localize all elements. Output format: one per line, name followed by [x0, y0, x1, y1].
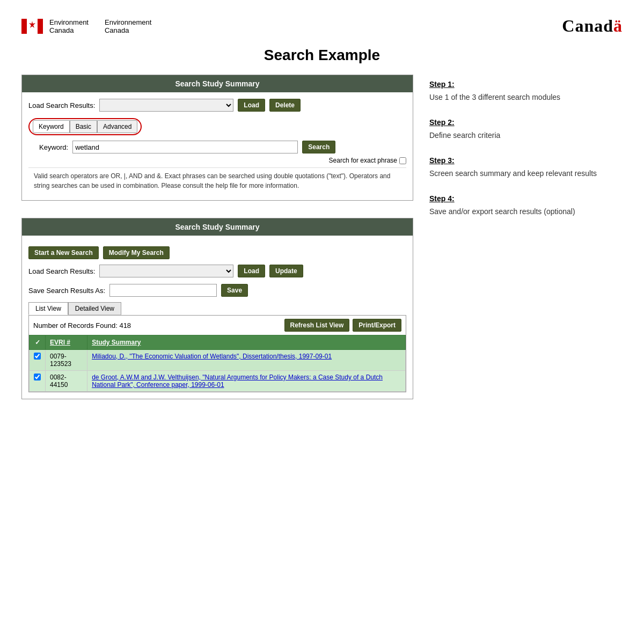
load-select-2[interactable]	[99, 265, 233, 277]
table-area: Number of Records Found: 418 Refresh Lis…	[28, 315, 406, 392]
load-label-1: Load Search Results:	[28, 101, 95, 109]
table-actions: Refresh List View Print/Export	[284, 319, 402, 332]
search-button[interactable]: Search	[302, 141, 335, 153]
search-panel-1: Search Study Summary Load Search Results…	[21, 75, 413, 201]
col-evri: EVRI #	[46, 335, 87, 350]
col-checkbox: ✓	[30, 335, 46, 350]
tab-oval-border: Keyword Basic Advanced	[28, 118, 142, 135]
canada-flag-icon	[21, 19, 43, 34]
keyword-label: Keyword:	[39, 143, 68, 151]
col-summary: Study Summary	[87, 335, 406, 350]
step-3: Step 3: Screen search summary and keep r…	[429, 156, 623, 179]
keyword-input[interactable]	[72, 141, 298, 153]
results-table: ✓ EVRI # Study Summary 0079-123523 Milia…	[29, 335, 406, 392]
results-actions: Start a New Search Modify My Search	[28, 242, 406, 259]
tabs-row: Keyword Basic Advanced	[28, 118, 406, 135]
right-panel: Step 1: Use 1 of the 3 different search …	[429, 75, 623, 410]
print-export-button[interactable]: Print/Export	[353, 319, 401, 332]
load-row-2: Load Search Results: Load Update	[28, 265, 406, 277]
load-button-2[interactable]: Load	[238, 265, 265, 277]
row-2-summary: de Groot, A.W.M and J.W. Velthuijsen, "N…	[87, 371, 406, 392]
row-1-checkbox-cell	[30, 350, 46, 371]
org-en-line2: Canada	[49, 26, 89, 34]
load-label-2: Load Search Results:	[28, 267, 95, 275]
svg-rect-2	[38, 19, 43, 34]
main-layout: Search Study Summary Load Search Results…	[21, 75, 623, 410]
org-french: Environnement Canada	[105, 18, 151, 34]
step-4: Step 4: Save and/or export search result…	[429, 194, 623, 217]
row-1-summary-link[interactable]: Miliadou, D., "The Economic Valuation of…	[92, 353, 332, 360]
delete-button-1[interactable]: Delete	[269, 99, 301, 112]
canada-wordmark: Canadä	[562, 16, 623, 36]
step-1-title: Step 1:	[429, 80, 623, 89]
panel-divider	[21, 211, 413, 218]
tab-advanced[interactable]: Advanced	[97, 120, 137, 133]
row-1-summary: Miliadou, D., "The Economic Valuation of…	[87, 350, 406, 371]
exact-phrase-checkbox[interactable]	[399, 157, 406, 164]
help-text: Valid search operators are OR, |, AND an…	[28, 167, 406, 194]
table-header-row-cols: ✓ EVRI # Study Summary	[30, 335, 406, 350]
row-1-checkbox[interactable]	[34, 353, 41, 360]
org-fr-line2: Canada	[105, 26, 151, 34]
panel-2-header: Search Study Summary	[22, 218, 413, 236]
step-1-text: Use 1 of the 3 different search modules	[429, 92, 623, 103]
view-tabs: List View Detailed View	[28, 302, 406, 315]
tab-list-view[interactable]: List View	[28, 302, 68, 315]
refresh-button[interactable]: Refresh List View	[284, 319, 350, 332]
modify-search-button[interactable]: Modify My Search	[103, 246, 170, 259]
save-label: Save Search Results As:	[28, 287, 105, 295]
table-header-row: Number of Records Found: 418 Refresh Lis…	[29, 316, 406, 335]
keyword-row: Keyword: Search	[28, 141, 406, 153]
save-button[interactable]: Save	[221, 284, 248, 297]
start-new-search-button[interactable]: Start a New Search	[28, 246, 99, 259]
row-2-evri: 0082-44150	[46, 371, 87, 392]
step-2: Step 2: Define search criteria	[429, 118, 623, 141]
header-text: Environment Canada Environnement Canada	[49, 18, 151, 34]
step-4-title: Step 4:	[429, 194, 623, 203]
step-2-title: Step 2:	[429, 118, 623, 127]
table-row: 0082-44150 de Groot, A.W.M and J.W. Velt…	[30, 371, 406, 392]
org-fr-line1: Environnement	[105, 18, 151, 26]
row-2-checkbox[interactable]	[34, 374, 41, 380]
panel-2-body: Start a New Search Modify My Search Load…	[22, 236, 413, 399]
step-4-text: Save and/or export search results (optio…	[429, 206, 623, 217]
row-2-summary-link[interactable]: de Groot, A.W.M and J.W. Velthuijsen, "N…	[92, 374, 383, 389]
exact-phrase-label: Search for exact phrase	[329, 157, 397, 164]
page-wrapper: Environment Canada Environnement Canada …	[0, 0, 644, 644]
save-row: Save Search Results As: Save	[28, 284, 406, 297]
tab-basic[interactable]: Basic	[70, 120, 97, 133]
table-row: 0079-123523 Miliadou, D., "The Economic …	[30, 350, 406, 371]
panel-1-body: Load Search Results: Load Delete Keyword…	[22, 92, 413, 200]
header-left: Environment Canada Environnement Canada	[21, 18, 151, 34]
row-1-evri: 0079-123523	[46, 350, 87, 371]
load-button-1[interactable]: Load	[238, 99, 265, 112]
load-row-1: Load Search Results: Load Delete	[28, 99, 406, 112]
step-1: Step 1: Use 1 of the 3 different search …	[429, 80, 623, 103]
step-3-text: Screen search summary and keep relevant …	[429, 168, 623, 179]
step-3-title: Step 3:	[429, 156, 623, 165]
save-input[interactable]	[109, 284, 217, 297]
panel-1-header: Search Study Summary	[22, 75, 413, 92]
search-panel-2: Search Study Summary Start a New Search …	[21, 218, 413, 399]
load-select-1[interactable]	[99, 99, 233, 112]
exact-phrase-row: Search for exact phrase	[28, 157, 406, 164]
org-en-line1: Environment	[49, 18, 89, 26]
left-panel: Search Study Summary Load Search Results…	[21, 75, 413, 410]
row-2-checkbox-cell	[30, 371, 46, 392]
page-title: Search Example	[21, 47, 623, 64]
update-button[interactable]: Update	[269, 265, 303, 277]
svg-rect-0	[21, 19, 27, 34]
header: Environment Canada Environnement Canada …	[21, 16, 623, 36]
step-2-text: Define search criteria	[429, 130, 623, 141]
records-count: Number of Records Found: 418	[33, 321, 131, 330]
org-english: Environment Canada	[49, 18, 89, 34]
tab-keyword[interactable]: Keyword	[33, 120, 70, 133]
tab-detailed-view[interactable]: Detailed View	[68, 302, 121, 315]
